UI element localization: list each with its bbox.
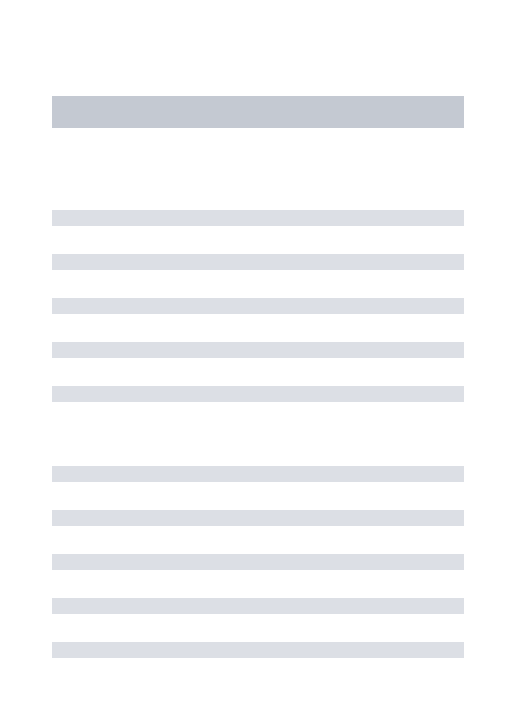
skeleton-line	[52, 466, 464, 482]
skeleton-line	[52, 298, 464, 314]
skeleton-group-2	[52, 466, 464, 658]
skeleton-line	[52, 342, 464, 358]
skeleton-line	[52, 254, 464, 270]
skeleton-container	[0, 0, 516, 658]
skeleton-line	[52, 598, 464, 614]
skeleton-line	[52, 386, 464, 402]
skeleton-line	[52, 642, 464, 658]
skeleton-line	[52, 210, 464, 226]
skeleton-group-1	[52, 210, 464, 402]
skeleton-line	[52, 510, 464, 526]
skeleton-line	[52, 554, 464, 570]
skeleton-title-bar	[52, 96, 464, 128]
